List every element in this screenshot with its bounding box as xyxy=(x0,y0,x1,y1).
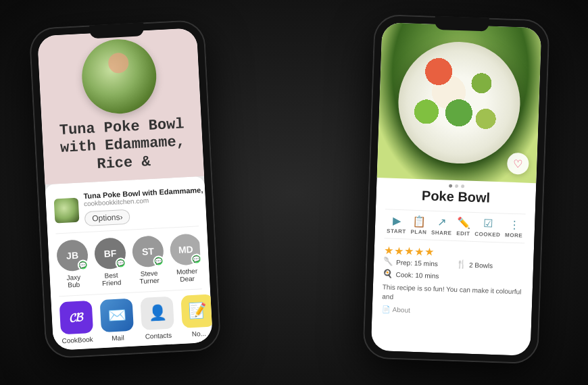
share-thumb xyxy=(54,197,80,223)
about-row[interactable]: 📄 About xyxy=(382,305,522,317)
left-phone-screen: Tuna Poke Bowl with Edammame, Rice & Tun… xyxy=(37,28,213,351)
contact-avatar-bf: BF 💬 xyxy=(94,237,126,270)
contact-name-st: SteveTurner xyxy=(139,270,160,285)
servings: 🍴 2 Bowls xyxy=(456,259,524,271)
options-label: Options xyxy=(92,212,120,223)
left-content: Tuna Poke Bowl with Edammame, Rice & Tun… xyxy=(37,28,213,351)
contact-initials-bf: BF xyxy=(103,248,116,259)
contact-name-bf: BestFriend xyxy=(101,272,121,287)
plan-icon: 📋 xyxy=(412,215,426,228)
edit-action[interactable]: ✏️ EDIT xyxy=(456,216,470,237)
left-phone-notch xyxy=(89,22,144,38)
contact-avatar-md: MD 💬 xyxy=(170,233,202,265)
contact-initials-jb: JB xyxy=(66,250,79,261)
mail-icon: ✉️ xyxy=(100,299,134,332)
left-recipe-preview: Tuna Poke Bowl with Edammame, Rice & xyxy=(37,28,204,184)
contact-name-md: MotherDear xyxy=(176,267,198,284)
more-label: MORE xyxy=(505,232,522,239)
cooked-label: COOKED xyxy=(474,231,500,238)
meta-left: 🥄 Prep: 15 mins 🍳 Cook: 10 mins xyxy=(383,257,451,280)
share-label: SHARE xyxy=(431,230,452,236)
poke-bowl-visual xyxy=(396,40,522,165)
prep-icon: 🥄 xyxy=(383,257,393,267)
contact-initials-md: MD xyxy=(178,244,194,255)
left-recipe-title: Tuna Poke Bowl with Edammame, Rice & xyxy=(42,115,204,176)
cook-label: Cook: 10 mins xyxy=(395,270,439,279)
share-action[interactable]: ↗ SHARE xyxy=(431,215,453,236)
contact-md[interactable]: MD 💬 MotherDear xyxy=(170,233,202,283)
cooked-icon: ☑ xyxy=(483,217,493,230)
start-label: START xyxy=(387,228,406,234)
poke-bowl-image: ♡ xyxy=(377,22,542,183)
scene: Tuna Poke Bowl with Edammame, Rice & Tun… xyxy=(0,0,588,385)
recipe-detail: Poke Bowl ▶ START 📋 PLAN ↗ xyxy=(372,186,536,324)
app-notes[interactable]: 📝 No... xyxy=(180,294,213,338)
contact-avatar-jb: JB 💬 xyxy=(56,239,89,272)
dot-2 xyxy=(455,184,458,188)
cook-icon: 🍳 xyxy=(383,269,393,279)
start-icon: ▶ xyxy=(393,214,401,227)
servings-icon: 🍴 xyxy=(456,259,466,270)
contacts-row: JB 💬 JaxyBub BF 💬 BestFriend xyxy=(55,226,202,296)
app-cookbook[interactable]: 𝓒𝓑 CookBook xyxy=(59,301,94,344)
cookbook-icon: 𝓒𝓑 xyxy=(59,301,93,334)
contact-initials-st: ST xyxy=(142,246,155,257)
recipe-description: This recipe is so fun! You can make it c… xyxy=(382,282,523,306)
edit-label: EDIT xyxy=(456,230,470,237)
right-phone-notch xyxy=(435,16,489,32)
contacts-icon: 👤 xyxy=(140,297,174,330)
apps-row: 𝓒𝓑 CookBook ✉️ Mail 👤 Contacts 📝 xyxy=(59,288,205,350)
servings-label: 2 Bowls xyxy=(469,261,493,269)
mail-label: Mail xyxy=(112,334,124,342)
about-label: About xyxy=(393,306,411,314)
contact-name-jb: JaxyBub xyxy=(66,274,81,289)
contacts-label: Contacts xyxy=(145,332,172,340)
message-badge-md: 💬 xyxy=(191,253,202,265)
cook-time: 🍳 Cook: 10 mins xyxy=(383,269,450,280)
right-phone-screen: ♡ Poke Bowl ▶ START xyxy=(371,22,542,356)
prep-label: Prep: 15 mins xyxy=(396,258,438,267)
app-contacts[interactable]: 👤 Contacts xyxy=(140,297,174,340)
more-action[interactable]: ⋮ MORE xyxy=(505,218,523,239)
plan-label: PLAN xyxy=(410,229,426,236)
notes-label: No... xyxy=(192,330,207,338)
share-sheet: Tuna Poke Bowl with Edammame, R.... cook… xyxy=(45,176,213,351)
message-badge-st: 💬 xyxy=(153,255,164,267)
contact-bf[interactable]: BF 💬 BestFriend xyxy=(94,237,128,287)
dot-1 xyxy=(449,184,452,188)
action-bar: ▶ START 📋 PLAN ↗ SHARE ✏️ xyxy=(384,209,525,243)
contact-jb[interactable]: JB 💬 JaxyBub xyxy=(56,239,90,289)
recipe-meta: 🥄 Prep: 15 mins 🍳 Cook: 10 mins 🍴 xyxy=(383,257,524,283)
plan-action[interactable]: 📋 PLAN xyxy=(410,215,427,236)
start-action[interactable]: ▶ START xyxy=(387,213,407,234)
recipe-thumbnail-large xyxy=(80,37,158,116)
share-sheet-header: Tuna Poke Bowl with Edammame, R.... cook… xyxy=(53,182,199,234)
dot-3 xyxy=(461,184,464,188)
right-content: ♡ Poke Bowl ▶ START xyxy=(371,22,542,356)
chevron-right-icon: › xyxy=(120,212,123,222)
app-mail[interactable]: ✉️ Mail xyxy=(100,299,134,342)
document-icon: 📄 xyxy=(382,305,390,313)
cookbook-label: CookBook xyxy=(62,336,93,344)
meta-right: 🍴 2 Bowls xyxy=(456,259,524,283)
options-button[interactable]: Options › xyxy=(84,209,130,226)
message-badge-jb: 💬 xyxy=(77,259,89,271)
contact-avatar-st: ST 💬 xyxy=(132,235,164,267)
share-icon: ↗ xyxy=(437,215,447,228)
cooked-action[interactable]: ☑ COOKED xyxy=(474,217,501,238)
notes-icon: 📝 xyxy=(180,294,213,328)
prep-time: 🥄 Prep: 15 mins xyxy=(383,257,451,268)
share-sheet-info: Tuna Poke Bowl with Edammame, R.... cook… xyxy=(83,185,213,226)
right-phone: ♡ Poke Bowl ▶ START xyxy=(362,14,550,365)
edit-icon: ✏️ xyxy=(457,216,471,230)
message-badge-bf: 💬 xyxy=(115,257,126,269)
contact-st[interactable]: ST 💬 SteveTurner xyxy=(132,235,166,285)
left-phone: Tuna Poke Bowl with Edammame, Rice & Tun… xyxy=(28,20,221,359)
more-icon: ⋮ xyxy=(508,218,520,232)
